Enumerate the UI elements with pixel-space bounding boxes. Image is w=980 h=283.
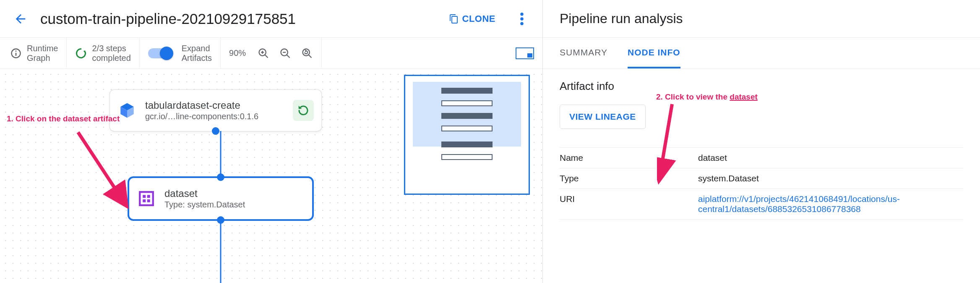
- arrow-left-icon: [13, 12, 28, 26]
- node-title: dataset: [164, 188, 245, 200]
- output-port[interactable]: [212, 127, 219, 135]
- steps-status: 2/3 steps completed: [67, 38, 139, 68]
- table-row: Type system.Dataset: [560, 168, 963, 189]
- annotation-2: 2. Click to view the dataset: [656, 92, 758, 102]
- progress-icon: [75, 47, 87, 59]
- svg-point-2: [520, 22, 524, 25]
- expand-artifacts-toggle[interactable]: Expand Artifacts: [140, 38, 221, 68]
- pipeline-title: custom-train-pipeline-20210929175851: [40, 10, 441, 27]
- switch-icon: [148, 48, 172, 58]
- retry-icon: [293, 100, 314, 121]
- runtime-graph-l2: Graph: [27, 53, 58, 63]
- minimap-node: [441, 100, 493, 106]
- minimap-node: [441, 142, 493, 147]
- svg-line-14: [309, 55, 312, 58]
- tab-summary[interactable]: SUMMARY: [560, 38, 607, 68]
- zoom-reset-button[interactable]: [301, 47, 313, 59]
- table-row: Name dataset: [560, 148, 963, 168]
- info-key: Name: [560, 148, 698, 168]
- svg-line-7: [265, 55, 268, 58]
- zoom-level: 90%: [229, 48, 246, 58]
- uri-link[interactable]: aiplatform://v1/projects/462141068491/lo…: [698, 194, 900, 214]
- svg-rect-17: [147, 195, 150, 198]
- info-key: Type: [560, 168, 698, 189]
- back-button[interactable]: [10, 8, 31, 29]
- minimap-node: [441, 113, 493, 119]
- svg-rect-19: [147, 199, 150, 202]
- pipeline-canvas[interactable]: tabulardataset-create gcr.io/…line-compo…: [0, 69, 542, 283]
- clone-label: CLONE: [462, 13, 496, 24]
- analysis-title: Pipeline run analysis: [543, 0, 980, 38]
- artifact-info-table: Name dataset Type system.Dataset URI aip…: [560, 147, 963, 220]
- svg-line-11: [287, 55, 290, 58]
- table-row: URI aiplatform://v1/projects/46214106849…: [560, 189, 963, 220]
- more-vert-icon: [520, 13, 524, 25]
- svg-point-13: [303, 49, 310, 55]
- edge: [220, 131, 222, 178]
- minimap-node: [441, 88, 493, 94]
- info-value: dataset: [698, 148, 963, 168]
- svg-rect-16: [143, 195, 146, 198]
- minimap[interactable]: [404, 75, 530, 195]
- node-subtitle: gcr.io/…line-components:0.1.6: [145, 111, 258, 121]
- minimap-node: [441, 126, 493, 131]
- dataset-icon: [137, 189, 156, 208]
- annotation-1: 1. Click on the dataset artifact: [7, 114, 120, 123]
- minimap-node: [441, 154, 493, 160]
- view-lineage-button[interactable]: VIEW LINEAGE: [560, 105, 646, 129]
- svg-rect-15: [140, 192, 153, 205]
- toggle-minimap-button[interactable]: [516, 47, 534, 59]
- tab-node-info[interactable]: NODE INFO: [628, 38, 680, 68]
- info-icon: [10, 47, 22, 59]
- svg-point-5: [16, 50, 17, 52]
- runtime-graph-toggle[interactable]: Runtime Graph: [0, 38, 67, 68]
- cube-icon: [117, 101, 137, 120]
- info-value: system.Dataset: [698, 168, 963, 189]
- node-subtitle: Type: system.Dataset: [164, 199, 245, 210]
- info-value: aiplatform://v1/projects/462141068491/lo…: [698, 189, 963, 220]
- zoom-in-button[interactable]: [258, 47, 269, 59]
- expand-l2: Artifacts: [182, 53, 212, 63]
- expand-l1: Expand: [182, 44, 212, 53]
- input-port[interactable]: [217, 173, 224, 181]
- node-title: tabulardataset-create: [145, 100, 258, 112]
- info-key: URI: [560, 189, 698, 220]
- steps-l2: completed: [92, 53, 130, 63]
- svg-rect-18: [143, 199, 146, 202]
- steps-l1: 2/3 steps: [92, 44, 130, 53]
- node-tabulardataset-create[interactable]: tabulardataset-create gcr.io/…line-compo…: [110, 90, 321, 131]
- clone-icon: [449, 14, 459, 24]
- runtime-graph-l1: Runtime: [27, 44, 58, 53]
- node-dataset-artifact[interactable]: dataset Type: system.Dataset: [129, 178, 312, 219]
- zoom-out-button[interactable]: [279, 47, 291, 59]
- artifact-info-heading: Artifact info: [560, 80, 963, 93]
- svg-point-0: [520, 13, 524, 16]
- svg-point-1: [520, 17, 524, 21]
- edge: [220, 219, 222, 283]
- annotation-arrow-1: [76, 130, 134, 214]
- svg-line-20: [78, 132, 125, 204]
- clone-button[interactable]: CLONE: [441, 9, 503, 29]
- more-menu-button[interactable]: [511, 8, 532, 29]
